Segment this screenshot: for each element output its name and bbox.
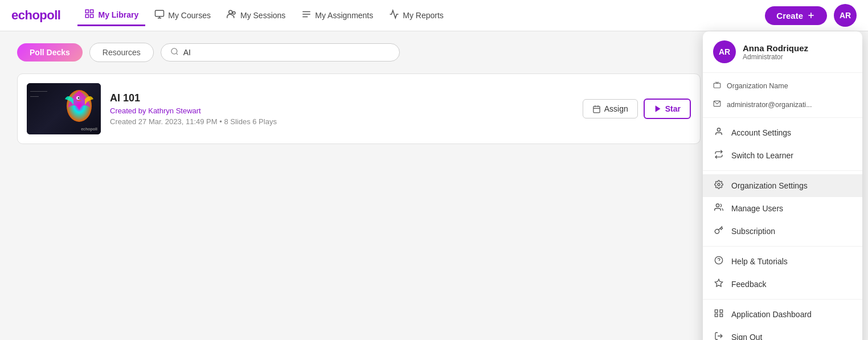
library-icon [84,9,95,21]
dropdown-user-info: Anna Rodriquez Administrator [743,43,808,61]
svg-rect-4 [155,10,164,17]
svg-point-8 [232,12,235,15]
email-icon [713,100,721,109]
dropdown-user-name: Anna Rodriquez [743,43,808,53]
assign-button[interactable]: Assign [583,99,638,118]
tab-poll-decks[interactable]: Poll Decks [17,43,83,62]
account-settings-icon [713,127,724,138]
search-icon [170,47,179,58]
svg-point-14 [171,48,177,54]
nav-label-my-assignments: My Assignments [315,11,373,20]
logo-poll: poll [39,8,60,22]
nav-label-my-library: My Library [98,10,138,19]
svg-rect-0 [86,10,89,13]
nav-item-my-sessions[interactable]: My Sessions [220,6,292,25]
nav-label-my-reports: My Reports [403,11,444,20]
deck-meta: Created 27 Mar. 2023, 11:49 PM • 8 Slide… [110,117,574,126]
deck-thumbnail: —————— ——— echopoll [27,83,101,134]
svg-rect-2 [86,14,89,17]
dropdown-avatar: AR [713,40,736,63]
dropdown-header: AR Anna Rodriquez Administrator [703,31,862,73]
org-icon [713,81,721,91]
search-input[interactable] [183,48,390,57]
svg-rect-3 [91,14,93,17]
sessions-icon [227,9,237,22]
user-avatar-button[interactable]: AR [834,4,857,27]
logo-echo: echo [11,8,39,22]
svg-line-15 [176,53,178,55]
nav-item-my-courses[interactable]: My Courses [148,6,218,25]
dropdown-item-account-settings[interactable]: Account Settings [703,121,862,144]
nav-item-my-library[interactable]: My Library [77,5,145,26]
deck-actions: Assign Star [583,99,691,119]
dropdown-user-role: Administrator [743,53,808,61]
switch-learner-label: Switch to Learner [731,151,793,155]
nav-label-my-sessions: My Sessions [240,11,285,20]
svg-point-28 [717,128,720,131]
start-label: Star [665,104,681,113]
tab-poll-decks-label: Poll Decks [30,48,70,57]
courses-icon [154,9,165,22]
deck-card: —————— ——— echopoll AI 101 Created by Ka… [17,73,701,144]
nav-item-my-reports[interactable]: My Reports [382,6,451,25]
svg-rect-21 [593,106,600,112]
svg-point-20 [78,97,80,99]
dropdown-avatar-initials: AR [719,47,730,56]
created-by-label: Created by [110,106,146,115]
deck-info: AI 101 Created by Kathryn Stewart Create… [110,92,574,126]
tab-resources-label: Resources [103,48,141,57]
switch-learner-icon [713,150,724,155]
tab-resources[interactable]: Resources [89,43,154,62]
dropdown-email: administrator@organizati... [703,95,862,114]
thumbnail-logo-text: echopoll [81,127,97,131]
dropdown-item-switch-to-learner[interactable]: Switch to Learner [703,144,862,155]
start-button[interactable]: Star [644,99,691,119]
dropdown-account-section: Account Settings Switch to Learner [703,118,862,155]
nav-label-my-courses: My Courses [168,11,211,20]
assign-label: Assign [604,104,628,113]
nav-item-my-assignments[interactable]: My Assignments [294,6,380,25]
dropdown-org-section: Organization Name administrator@organiza… [703,73,862,118]
svg-rect-1 [91,10,93,13]
svg-marker-25 [656,106,660,112]
dropdown-org-name: Organization Name [703,76,862,95]
avatar-initials: AR [840,11,851,20]
search-bar [161,43,400,62]
svg-rect-26 [714,83,720,88]
deck-author: Created by Kathryn Stewart [110,106,574,115]
svg-point-7 [229,10,232,14]
user-dropdown-menu: AR Anna Rodriquez Administrator Organiza… [703,31,862,155]
navbar: echopoll My Library My Courses My Sessio… [0,0,868,31]
create-button[interactable]: Create [765,6,827,25]
account-settings-label: Account Settings [731,128,791,137]
reports-icon [389,9,399,22]
deck-title: AI 101 [110,92,574,104]
deck-author-name: Kathryn Stewart [148,106,201,115]
nav-links: My Library My Courses My Sessions My Ass… [77,5,450,26]
create-label: Create [776,11,803,21]
thumbnail-graphic [62,88,96,125]
app-logo[interactable]: echopoll [11,8,60,23]
thumbnail-bg: —————— ——— echopoll [27,83,101,134]
assignments-icon [301,9,312,22]
